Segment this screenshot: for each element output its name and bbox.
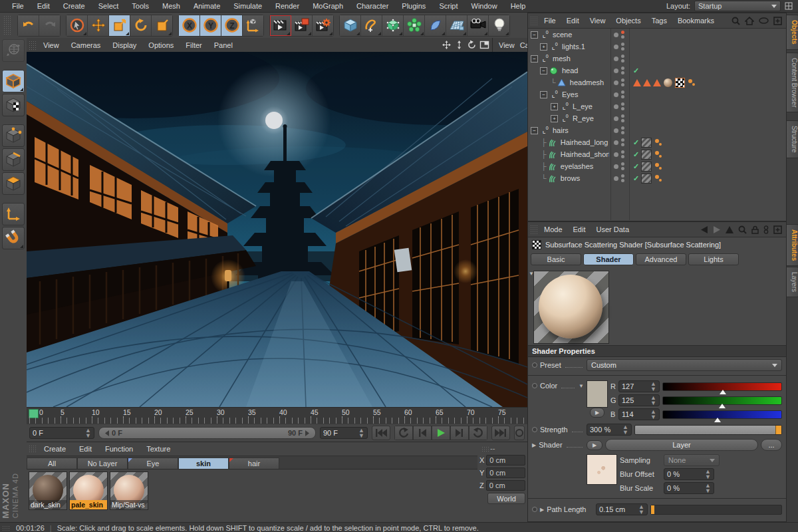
vp2-menu-view[interactable]: View (495, 40, 518, 51)
vp-menu-panel[interactable]: Panel (208, 40, 239, 51)
orbit-icon[interactable] (467, 40, 477, 50)
visibility-toggles[interactable] (609, 102, 629, 110)
om-menu-view[interactable]: View (585, 15, 611, 26)
texture-mode-button[interactable] (2, 94, 25, 116)
hair-material-tag-icon[interactable] (641, 150, 652, 160)
phong-tag-icon[interactable] (687, 78, 696, 87)
om-grip[interactable] (529, 15, 537, 26)
layer-tab-hair[interactable]: hair (229, 458, 279, 469)
visibility-toggles[interactable] (609, 55, 629, 63)
current-frame-field[interactable]: 0 F ▲▼ (29, 427, 94, 439)
enabled-check-icon[interactable]: ✓ (633, 66, 639, 75)
tree-row-eyes[interactable]: − ⌞0 Eyes (528, 88, 786, 100)
blur-scale-field[interactable]: 0 %▲▼ (664, 482, 714, 494)
uvw-tag-icon[interactable] (675, 78, 685, 88)
parent-up-icon[interactable] (726, 226, 733, 233)
tab-basic[interactable]: Basic (531, 253, 581, 265)
menu-character[interactable]: Character (350, 1, 395, 11)
lock-icon[interactable] (751, 225, 759, 234)
axis-mode-button[interactable] (2, 203, 25, 225)
toggle-views-icon[interactable] (479, 40, 489, 50)
menu-mograph[interactable]: MoGraph (306, 1, 350, 11)
tree-row-hairhead-short[interactable]: ├ Hairhead_short ✓ (528, 148, 786, 160)
material-dark-skin[interactable]: dark_skin (29, 471, 67, 510)
render-settings-button[interactable] (313, 15, 333, 36)
z-position-field[interactable]: 0 cm (486, 480, 525, 491)
search-icon[interactable] (732, 17, 740, 25)
menu-create[interactable]: Create (57, 1, 92, 11)
strength-slider[interactable] (634, 425, 782, 435)
menu-animate[interactable]: Animate (187, 1, 227, 11)
visibility-toggles[interactable] (609, 43, 629, 51)
menu-mesh[interactable]: Mesh (156, 1, 187, 11)
selection-tag-icon[interactable] (633, 79, 641, 86)
expand-arrow-icon[interactable]: ▶ (532, 442, 536, 448)
layer-tab-eye[interactable]: Eye (128, 458, 178, 469)
menu-render[interactable]: Render (269, 1, 306, 11)
track-icon[interactable] (763, 225, 769, 234)
blue-value-field[interactable]: 114▲▼ (618, 408, 660, 420)
search-icon[interactable] (738, 225, 747, 234)
tree-row-l-eye[interactable]: + ⌞0 L_eye (528, 100, 786, 112)
visibility-toggles[interactable] (609, 78, 629, 86)
keyframe-dot-icon[interactable] (532, 507, 537, 512)
material-grip[interactable] (28, 444, 36, 454)
vp-menu-options[interactable]: Options (142, 40, 180, 51)
path-length-field[interactable]: 0.15 cm▲▼ (596, 503, 648, 515)
scale-tool[interactable] (109, 15, 130, 36)
selection-tag-icon[interactable] (653, 79, 661, 86)
layout-grid-icon[interactable] (785, 2, 793, 10)
mat-menu-create[interactable]: Create (37, 444, 72, 454)
menu-window[interactable]: Window (465, 1, 504, 11)
am-grip[interactable] (529, 224, 537, 235)
keyframe-record-button[interactable] (514, 426, 525, 440)
layer-tab-nolayer[interactable]: No Layer (77, 458, 128, 469)
shader-preview-toggle[interactable]: ▶ (587, 440, 602, 450)
keyframe-dot-icon[interactable] (532, 383, 537, 388)
enabled-check-icon[interactable]: ✓ (633, 174, 639, 183)
menu-plugins[interactable]: Plugins (395, 1, 432, 11)
red-slider-handle[interactable] (720, 390, 726, 394)
redo-icon[interactable] (39, 15, 60, 36)
red-value-field[interactable]: 127▲▼ (618, 380, 660, 392)
add-subdivision-surface-button[interactable] (382, 15, 404, 36)
om-menu-file[interactable]: File (539, 15, 561, 26)
coordinate-system-toggle[interactable] (243, 15, 263, 36)
hair-material-tag-icon[interactable] (641, 138, 652, 148)
om-menu-objects[interactable]: Objects (610, 15, 646, 26)
tree-row-mesh[interactable]: − ⌞0 mesh (528, 53, 786, 65)
live-selection-tool[interactable] (66, 15, 88, 36)
menu-edit[interactable]: Edit (31, 1, 57, 11)
tab-lights[interactable]: Lights (688, 253, 739, 265)
tree-row-brows[interactable]: └ brows ✓ (528, 172, 786, 184)
layer-tab-all[interactable]: All (27, 458, 77, 469)
edges-mode-button[interactable] (2, 148, 25, 171)
shader-more-button[interactable]: ... (761, 439, 782, 451)
path-length-slider-handle[interactable] (651, 505, 654, 514)
path-length-slider[interactable] (650, 505, 782, 515)
collapse-icon[interactable]: − (540, 67, 547, 74)
add-cube-button[interactable] (340, 15, 361, 36)
layout-select[interactable]: Startup (694, 1, 781, 11)
collapse-icon[interactable]: − (531, 127, 538, 134)
polygons-mode-button[interactable] (2, 172, 25, 195)
history-back-icon[interactable] (700, 226, 708, 233)
blue-slider[interactable] (662, 410, 782, 419)
render-to-picture-viewer-button[interactable] (291, 15, 313, 36)
blur-offset-field[interactable]: 0 %▲▼ (664, 468, 714, 480)
mat-menu-function[interactable]: Function (98, 444, 140, 454)
status-grip[interactable] (1, 525, 9, 531)
visibility-toggles[interactable] (609, 126, 629, 134)
tree-row-hairhead-long[interactable]: ├ Hairhead_long ✓ (528, 136, 786, 148)
expand-icon[interactable]: + (551, 103, 558, 110)
range-left-arrow-icon[interactable] (104, 430, 110, 436)
layer-shader-thumbnail[interactable] (587, 454, 617, 485)
visibility-toggles[interactable] (609, 90, 629, 98)
pan-icon[interactable] (442, 40, 452, 50)
blue-slider-handle[interactable] (714, 418, 721, 422)
dolly-icon[interactable] (454, 40, 464, 50)
strength-slider-handle[interactable] (775, 426, 781, 434)
color-swatch[interactable] (587, 380, 608, 408)
mat-menu-texture[interactable]: Texture (140, 444, 177, 454)
stepper-icon[interactable]: ▲▼ (85, 428, 91, 438)
